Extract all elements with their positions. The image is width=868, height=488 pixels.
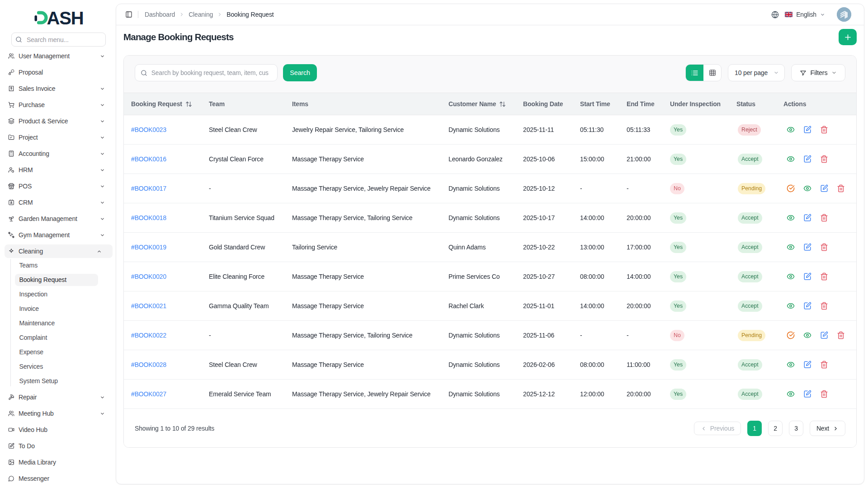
svg-text:ASH: ASH bbox=[47, 9, 83, 28]
